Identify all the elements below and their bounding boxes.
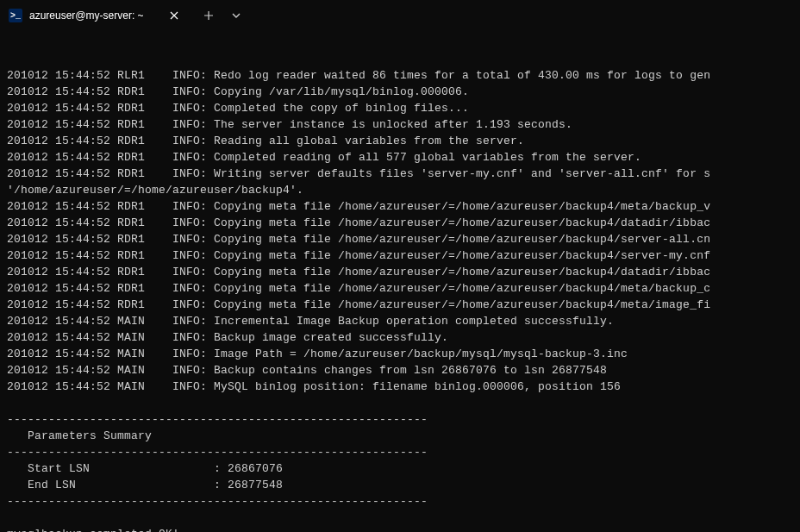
tab-controls bbox=[190, 3, 255, 28]
powershell-icon: >_ bbox=[9, 9, 22, 22]
log-line: 201012 15:44:52 RDR1 INFO: Copying meta … bbox=[7, 247, 793, 264]
log-line: 201012 15:44:52 RDR1 INFO: Completed rea… bbox=[7, 149, 793, 166]
log-line: 201012 15:44:52 RDR1 INFO: Reading all g… bbox=[7, 133, 793, 149]
log-line: ----------------------------------------… bbox=[7, 493, 793, 510]
tab-title: azureuser@my-server: ~ bbox=[29, 9, 159, 22]
log-line: End LSN : 26877548 bbox=[7, 477, 793, 493]
log-line: 201012 15:44:52 MAIN INFO: Incremental I… bbox=[7, 313, 793, 329]
log-line: 201012 15:44:52 RDR1 INFO: Copying meta … bbox=[7, 280, 793, 297]
log-line: Parameters Summary bbox=[7, 428, 793, 444]
log-line: 201012 15:44:52 MAIN INFO: Image Path = … bbox=[7, 346, 793, 362]
new-tab-button[interactable] bbox=[197, 3, 221, 28]
log-line: 201012 15:44:52 RDR1 INFO: Writing serve… bbox=[7, 166, 793, 182]
log-line: 201012 15:44:52 RDR1 INFO: Copying meta … bbox=[7, 215, 793, 231]
log-line: ----------------------------------------… bbox=[7, 411, 793, 428]
log-line: 201012 15:44:52 RDR1 INFO: Copying meta … bbox=[7, 264, 793, 280]
log-line bbox=[7, 510, 793, 526]
log-line bbox=[7, 395, 793, 411]
log-line: 201012 15:44:52 RDR1 INFO: Copying meta … bbox=[7, 231, 793, 247]
log-line: 201012 15:44:52 MAIN INFO: Backup contai… bbox=[7, 362, 793, 379]
log-line: 201012 15:44:52 RDR1 INFO: Copying meta … bbox=[7, 198, 793, 215]
log-line: '/home/azureuser/=/home/azureuser/backup… bbox=[7, 182, 793, 198]
log-line: ----------------------------------------… bbox=[7, 444, 793, 460]
log-line: 201012 15:44:52 RDR1 INFO: The server in… bbox=[7, 116, 793, 133]
log-line: mysqlbackup completed OK! bbox=[7, 526, 793, 532]
log-line: 201012 15:44:52 RDR1 INFO: Copying /var/… bbox=[7, 84, 793, 100]
tab-dropdown-button[interactable] bbox=[224, 3, 248, 28]
window-titlebar: >_ azureuser@my-server: ~ bbox=[0, 0, 800, 31]
log-line: Start LSN : 26867076 bbox=[7, 460, 793, 477]
log-line: 201012 15:44:52 RDR1 INFO: Completed the… bbox=[7, 100, 793, 116]
close-tab-button[interactable] bbox=[166, 7, 183, 24]
log-line: 201012 15:44:52 RLR1 INFO: Redo log read… bbox=[7, 67, 793, 84]
terminal-tab[interactable]: >_ azureuser@my-server: ~ bbox=[0, 0, 190, 31]
log-line: 201012 15:44:52 RDR1 INFO: Copying meta … bbox=[7, 297, 793, 313]
log-line: 201012 15:44:52 MAIN INFO: MySQL binlog … bbox=[7, 379, 793, 395]
log-line: 201012 15:44:52 MAIN INFO: Backup image … bbox=[7, 329, 793, 346]
terminal-output[interactable]: 201012 15:44:52 RLR1 INFO: Redo log read… bbox=[0, 31, 800, 532]
